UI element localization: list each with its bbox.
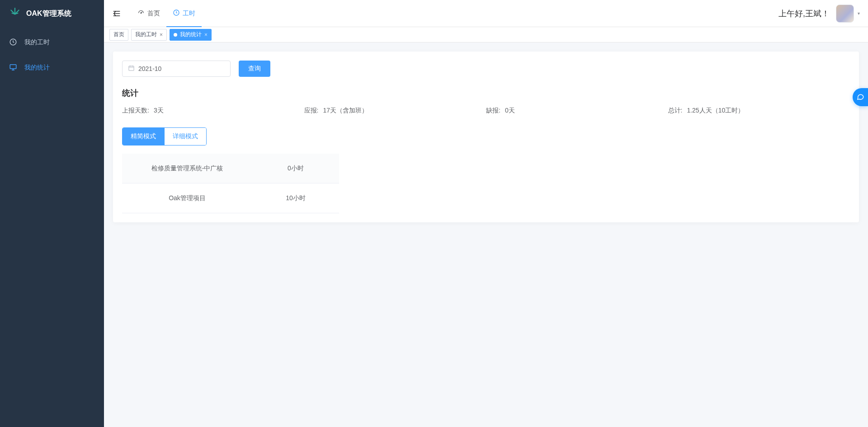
logo-row: OAK管理系统	[0, 0, 104, 27]
app-title: OAK管理系统	[26, 9, 71, 19]
top-tab-hours[interactable]: 工时	[166, 0, 202, 27]
avatar[interactable]	[836, 5, 854, 23]
mode-label: 精简模式	[131, 132, 156, 140]
tag-label: 首页	[113, 31, 124, 38]
feedback-fab[interactable]	[853, 88, 868, 106]
greeting-text: 上午好,王斌！	[778, 8, 830, 19]
tag-label: 我的统计	[180, 31, 202, 38]
main: 首页 工时 上午好,王斌！ ▾ 首页 我的工时 × 我的统计 ×	[104, 0, 868, 427]
close-icon[interactable]: ×	[160, 32, 163, 38]
stat-value: 0天	[505, 107, 515, 115]
leaf-icon	[9, 7, 21, 20]
stat-label: 总计:	[668, 107, 683, 115]
project-hours: 0小时	[252, 164, 339, 173]
mode-label: 详细模式	[173, 132, 198, 140]
svg-rect-4	[129, 66, 134, 70]
stat-value: 1.25人天（10工时）	[687, 107, 744, 115]
sidebar-item-label: 我的统计	[24, 64, 50, 72]
tag-label: 我的工时	[135, 31, 157, 38]
filter-row: 2021-10 查询	[122, 61, 850, 77]
month-value: 2021-10	[138, 65, 161, 72]
calendar-icon	[128, 65, 135, 73]
top-tab-home[interactable]: 首页	[131, 0, 166, 27]
tag-my-stats[interactable]: 我的统计 ×	[170, 29, 212, 41]
stat-reported-days: 上报天数: 3天	[122, 107, 304, 115]
stats-row: 上报天数: 3天 应报: 17天（含加班） 缺报: 0天 总计: 1.25人天（…	[122, 107, 850, 115]
stat-total: 总计: 1.25人天（10工时）	[668, 107, 850, 115]
query-button-label: 查询	[248, 65, 261, 73]
sidebar-item-my-hours[interactable]: 我的工时	[0, 30, 104, 55]
caret-down-icon[interactable]: ▾	[858, 11, 860, 16]
header-right: 上午好,王斌！ ▾	[778, 5, 860, 23]
stats-title: 统计	[122, 88, 850, 99]
stat-value: 3天	[154, 107, 164, 115]
content: 2021-10 查询 统计 上报天数: 3天 应报: 17天（含加班）	[104, 42, 868, 427]
stat-missing: 缺报: 0天	[486, 107, 668, 115]
tag-home[interactable]: 首页	[109, 29, 128, 41]
top-tabs: 首页 工时	[131, 0, 202, 27]
svg-rect-1	[10, 65, 16, 69]
table-row: Oak管理项目 10小时	[122, 183, 339, 213]
project-hours: 10小时	[252, 194, 339, 202]
header: 首页 工时 上午好,王斌！ ▾	[104, 0, 868, 27]
sidebar-menu: 我的工时 我的统计	[0, 27, 104, 80]
project-hours-table: 检修质量管理系统-中广核 0小时 Oak管理项目 10小时	[122, 154, 339, 213]
month-picker[interactable]: 2021-10	[122, 61, 231, 77]
svg-point-2	[141, 13, 142, 14]
chat-icon	[856, 93, 864, 102]
view-tags: 首页 我的工时 × 我的统计 ×	[104, 27, 868, 42]
top-tab-label: 工时	[183, 9, 195, 18]
tag-my-hours[interactable]: 我的工时 ×	[131, 29, 167, 41]
stat-value: 17天（含加班）	[323, 107, 368, 115]
project-name: 检修质量管理系统-中广核	[122, 164, 252, 173]
clock-icon	[9, 38, 17, 47]
query-button[interactable]: 查询	[239, 61, 270, 77]
mode-segmented: 精简模式 详细模式	[122, 127, 207, 145]
sidebar-item-label: 我的工时	[24, 38, 50, 47]
mode-detail-button[interactable]: 详细模式	[164, 128, 206, 145]
sidebar: OAK管理系统 我的工时 我的统计	[0, 0, 104, 427]
mode-simple-button[interactable]: 精简模式	[123, 128, 164, 145]
table-row: 检修质量管理系统-中广核 0小时	[122, 154, 339, 183]
stat-label: 缺报:	[486, 107, 500, 115]
project-name: Oak管理项目	[122, 194, 252, 202]
sidebar-item-my-stats[interactable]: 我的统计	[0, 55, 104, 80]
monitor-icon	[9, 63, 17, 73]
clock-icon	[173, 9, 180, 18]
stat-label: 应报:	[304, 107, 319, 115]
active-dot-icon	[174, 33, 177, 37]
stat-label: 上报天数:	[122, 107, 149, 115]
stat-expected: 应报: 17天（含加班）	[304, 107, 486, 115]
close-icon[interactable]: ×	[204, 32, 208, 38]
hamburger-toggle[interactable]	[112, 9, 121, 18]
dashboard-icon	[137, 9, 145, 18]
stats-card: 2021-10 查询 统计 上报天数: 3天 应报: 17天（含加班）	[113, 52, 859, 222]
top-tab-label: 首页	[147, 9, 160, 18]
